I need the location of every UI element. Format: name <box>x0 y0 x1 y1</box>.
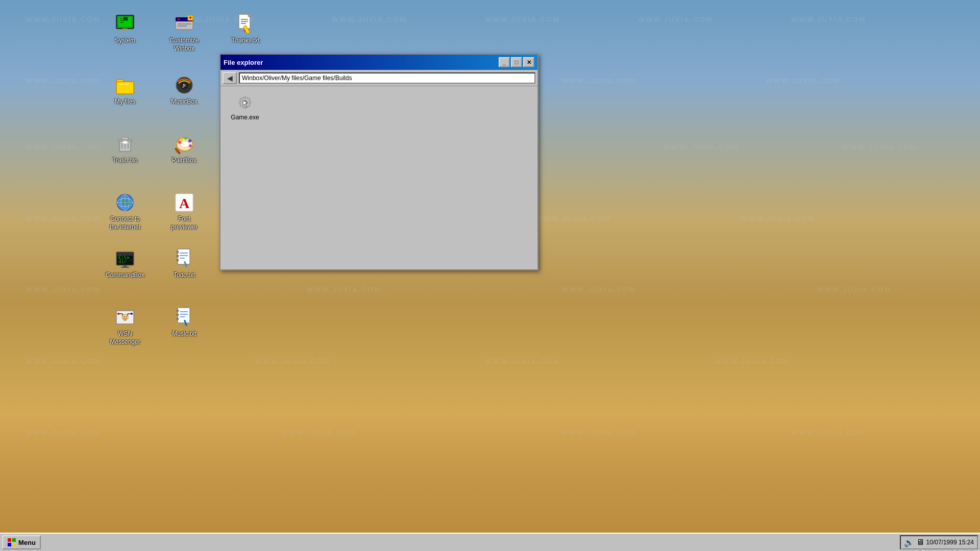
desktop-icon-font-previewer[interactable]: A Font previewer <box>161 189 207 234</box>
address-bar[interactable]: Winbox/Oliver/My files/Game files/Builds <box>239 72 535 84</box>
svg-rect-104 <box>8 543 11 546</box>
trash-bin-icon <box>114 133 136 155</box>
font-previewer-icon-label: Font previewer <box>164 215 204 231</box>
svg-point-44 <box>188 139 191 142</box>
file-explorer-window: File explorer _ □ ✕ ◀ Winbox/Oliver/My f… <box>219 54 538 270</box>
svg-point-10 <box>178 18 180 21</box>
datetime-display: 10/07/1999 15:24 <box>926 539 974 546</box>
window-toolbar: ◀ Winbox/Oliver/My files/Game files/Buil… <box>220 70 537 86</box>
svg-point-78 <box>131 313 133 315</box>
desktop-icon-paintbox[interactable]: PaintBox <box>161 130 207 168</box>
svg-rect-12 <box>178 26 187 27</box>
svg-point-67 <box>177 251 179 253</box>
window-title: File explorer <box>224 59 263 66</box>
system-icon-label: System <box>115 37 135 45</box>
file-item-game-exe[interactable]: Game.exe <box>225 90 265 124</box>
svg-point-89 <box>177 318 179 320</box>
svg-text:✦: ✦ <box>188 15 192 20</box>
window-content: Game.exe <box>220 86 537 269</box>
start-button[interactable]: Menu <box>2 535 41 549</box>
svg-rect-26 <box>116 82 134 94</box>
my-files-icon-label: My files <box>115 98 136 106</box>
volume-icon[interactable]: 🔊 <box>904 538 914 547</box>
svg-point-38 <box>122 141 128 144</box>
connect-internet-icon <box>114 192 136 213</box>
desktop-icon-customize-winbox[interactable]: ✦ Customize Winbox <box>161 10 207 56</box>
desktop-icon-commandbox[interactable]: C:\>_ dir CommandBox <box>102 245 148 283</box>
svg-rect-62 <box>121 267 129 268</box>
music-txt-icon <box>174 307 195 328</box>
network-icon[interactable]: 🖥 <box>916 538 924 547</box>
customize-winbox-icon-label: Customize Winbox <box>164 37 204 53</box>
svg-rect-95 <box>238 102 241 104</box>
svg-point-42 <box>180 138 183 141</box>
connect-internet-icon-label: Connect to the internet <box>105 215 145 231</box>
svg-text:dir: dir <box>118 259 127 264</box>
svg-point-77 <box>117 313 119 315</box>
paintbox-icon <box>174 133 195 155</box>
svg-rect-54 <box>127 202 130 205</box>
wsn-messenger-icon <box>114 307 136 328</box>
svg-rect-103 <box>12 538 16 542</box>
svg-rect-63 <box>178 249 190 264</box>
system-icon <box>114 13 136 35</box>
desktop-icon-trash-bin[interactable]: Trash bin <box>102 130 148 168</box>
svg-rect-11 <box>178 23 191 24</box>
todo-txt-icon <box>174 248 195 269</box>
game-exe-label: Game.exe <box>231 114 259 121</box>
game-exe-icon <box>236 93 254 112</box>
svg-rect-96 <box>249 102 252 104</box>
svg-point-81 <box>124 316 125 317</box>
commandbox-icon-label: CommandBox <box>106 271 144 280</box>
svg-point-41 <box>178 141 181 144</box>
customize-winbox-icon: ✦ <box>174 13 195 35</box>
musicbox-icon-label: MusicBox <box>171 98 198 106</box>
desktop-icon-my-files[interactable]: My files <box>102 71 148 109</box>
start-button-label: Menu <box>18 539 36 546</box>
svg-point-82 <box>126 316 127 317</box>
thanks-txt-icon <box>235 13 256 35</box>
desktop-icon-music-txt[interactable]: Music.txt <box>161 304 207 341</box>
svg-rect-7 <box>120 30 130 32</box>
svg-rect-102 <box>8 538 11 542</box>
desktop-icon-todo-txt[interactable]: Todo.txt <box>161 245 207 283</box>
svg-point-88 <box>177 314 179 316</box>
wsn-messenger-icon-label: WSN Messenger <box>105 330 145 346</box>
address-bar-text: Winbox/Oliver/My files/Game files/Builds <box>242 74 352 82</box>
trash-bin-icon-label: Trash bin <box>112 157 138 165</box>
commandbox-icon: C:\>_ dir <box>114 248 136 269</box>
svg-point-87 <box>177 310 179 312</box>
window-titlebar[interactable]: File explorer _ □ ✕ <box>220 55 537 70</box>
svg-rect-105 <box>12 543 16 546</box>
musicbox-icon: ♪ <box>174 74 195 96</box>
maximize-button[interactable]: □ <box>511 57 522 67</box>
window-controls: _ □ ✕ <box>499 57 534 67</box>
minimize-button[interactable]: _ <box>499 57 510 67</box>
close-button[interactable]: ✕ <box>523 57 534 67</box>
svg-point-69 <box>177 259 179 261</box>
taskbar: Menu 🔊 🖥 10/07/1999 15:24 <box>0 533 980 551</box>
svg-point-45 <box>189 144 192 147</box>
desktop-icon-connect-internet[interactable]: Connect to the internet <box>102 189 148 234</box>
desktop-icon-musicbox[interactable]: ♪ MusicBox <box>161 71 207 109</box>
svg-rect-53 <box>121 200 126 204</box>
desktop-icon-wsn-messenger[interactable]: WSN Messenger <box>102 304 148 349</box>
svg-rect-83 <box>178 308 190 323</box>
svg-text:A: A <box>179 195 190 211</box>
svg-rect-27 <box>118 84 129 85</box>
desktop-icon-thanks-txt[interactable]: Thanks.txt <box>223 10 268 48</box>
music-txt-icon-label: Music.txt <box>172 330 196 338</box>
taskbar-tray: 🔊 🖥 10/07/1999 15:24 <box>900 535 978 549</box>
font-previewer-icon: A <box>174 192 195 213</box>
svg-rect-37 <box>122 137 128 140</box>
thanks-txt-icon-label: Thanks.txt <box>231 37 259 45</box>
back-button[interactable]: ◀ <box>223 72 237 84</box>
svg-point-68 <box>177 255 179 257</box>
svg-point-40 <box>181 142 189 147</box>
svg-rect-5 <box>124 17 128 20</box>
desktop-icon-system[interactable]: System <box>102 10 148 48</box>
svg-rect-93 <box>244 96 246 99</box>
todo-txt-icon-label: Todo.txt <box>174 271 195 280</box>
svg-text:♪: ♪ <box>182 81 185 89</box>
paintbox-icon-label: PaintBox <box>172 157 197 165</box>
